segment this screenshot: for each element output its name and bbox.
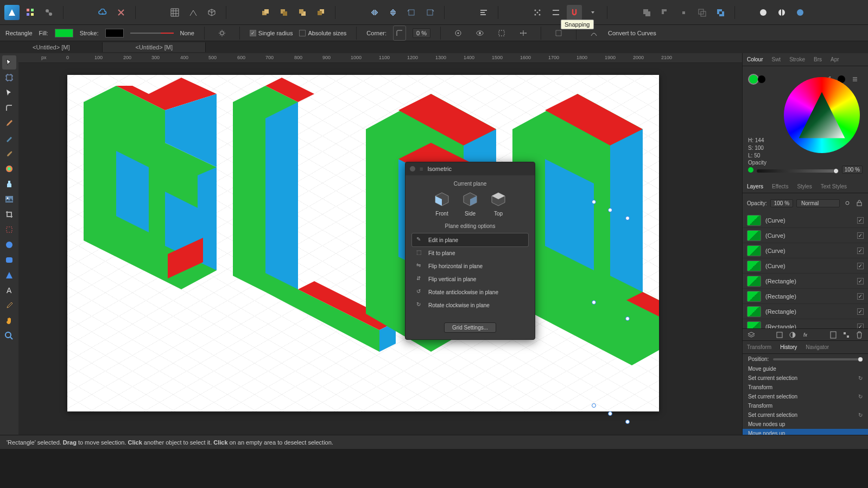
flip-horizontal-plane-button[interactable]: ⇋Flip horizontal in plane (412, 259, 528, 272)
flip-horizontal-icon[interactable] (367, 5, 382, 20)
tab-stroke[interactable]: Stroke (785, 56, 809, 62)
layer-opacity-input[interactable]: 100 % (770, 199, 793, 207)
move-tool[interactable] (2, 55, 16, 69)
align-options-icon[interactable] (476, 5, 491, 20)
pencil-tool[interactable] (2, 131, 16, 145)
flip-vertical-icon[interactable] (385, 5, 401, 20)
fill-colour-swatch[interactable] (748, 74, 759, 85)
stroke-swatch[interactable] (105, 29, 124, 37)
show-selection-icon[interactable] (472, 26, 487, 41)
layer-item[interactable]: (Rectangle)✓ (743, 289, 868, 304)
selection-handle[interactable] (592, 200, 596, 204)
text-tool[interactable]: A (2, 283, 16, 297)
rotate-ccw-plane-button[interactable]: ↺Rotate anticlockwise in plane (412, 286, 528, 299)
layer-lock-icon[interactable] (855, 195, 864, 211)
colour-menu-icon[interactable] (847, 72, 863, 87)
history-item[interactable]: Set current selection↻ (743, 410, 868, 420)
move-front-icon[interactable] (258, 5, 273, 20)
isometric-icon[interactable] (204, 5, 219, 20)
layer-item[interactable]: (Curve)✓ (743, 213, 868, 228)
layer-item[interactable]: (Curve)✓ (743, 243, 868, 258)
layer-item[interactable]: (Rectangle)✓ (743, 304, 868, 319)
corner-value-input[interactable]: 0 % (413, 28, 430, 38)
history-item[interactable]: Transform (743, 383, 868, 392)
rounded-rect-tool[interactable] (2, 253, 16, 267)
rotate-cw-icon[interactable] (422, 5, 438, 20)
isometric-panel[interactable]: ≡ Isometric Current plane Front Side Top… (405, 162, 535, 340)
fill-swatch[interactable] (55, 29, 73, 37)
selection-handle[interactable] (625, 316, 630, 321)
canvas-area[interactable]: px 0 100 200 300 400 500 600 700 800 900… (18, 53, 742, 435)
move-back-icon[interactable] (313, 5, 328, 20)
selection-handle[interactable] (608, 411, 612, 416)
snapping-options-icon[interactable] (585, 5, 600, 20)
transform-origin-icon[interactable] (451, 26, 466, 41)
view-mirror-icon[interactable] (793, 5, 808, 20)
node-tool[interactable] (2, 86, 16, 100)
boolean-subtract-icon[interactable] (657, 5, 673, 20)
shape-tool[interactable] (2, 223, 16, 237)
ellipse-tool[interactable] (2, 238, 16, 252)
history-item[interactable]: Move nodes up (743, 429, 868, 435)
gear-icon[interactable] (214, 26, 230, 41)
persona-pixel-icon[interactable] (41, 5, 56, 20)
layer-item[interactable]: (Rectangle)✓ (743, 274, 868, 289)
isometric-panel-titlebar[interactable]: ≡ Isometric (406, 162, 535, 175)
close-icon[interactable] (410, 166, 415, 172)
zoom-tool[interactable] (2, 329, 16, 343)
stroke-colour-swatch[interactable] (758, 75, 765, 83)
plane-side-button[interactable]: Side (462, 191, 478, 217)
tab-navigator[interactable]: Navigator (801, 344, 833, 350)
brush-tool[interactable] (2, 147, 16, 161)
hand-tool[interactable] (2, 314, 16, 328)
tab-swatches[interactable]: Swt (767, 56, 785, 62)
tab-history[interactable]: History (776, 344, 801, 350)
fill-tool[interactable] (2, 162, 16, 176)
convert-to-curves-button[interactable]: Convert to Curves (608, 30, 656, 36)
crop-tool[interactable] (2, 207, 16, 221)
colour-wheel[interactable] (784, 77, 860, 153)
single-radius-checkbox[interactable]: ✓Single radius (250, 30, 293, 36)
autocorrect-icon[interactable] (113, 5, 129, 20)
tab-text-styles[interactable]: Text Styles (816, 183, 851, 189)
colour-triangle[interactable] (799, 92, 845, 138)
view-split-icon[interactable] (774, 5, 789, 20)
move-forward-icon[interactable] (276, 5, 292, 20)
cloud-sync-icon[interactable] (95, 5, 110, 20)
place-image-tool[interactable] (2, 192, 16, 206)
plane-front-button[interactable]: Front (434, 191, 450, 217)
triangle-tool[interactable] (2, 268, 16, 282)
grid-toggle-icon[interactable] (167, 5, 182, 20)
snapping-icon[interactable] (567, 5, 582, 20)
history-item[interactable]: Move nodes up (743, 420, 868, 429)
plane-top-button[interactable]: Top (490, 191, 506, 217)
absolute-sizes-checkbox[interactable]: Absolute sizes (299, 30, 346, 36)
selection-handle[interactable] (608, 208, 612, 212)
grid-settings-button[interactable]: Grid Settings... (444, 322, 496, 333)
corner-type-dropdown[interactable] (393, 26, 406, 41)
selection-handle[interactable] (592, 300, 596, 305)
alignment-handles-icon[interactable] (516, 26, 531, 41)
opacity-value[interactable]: 100 % (842, 166, 863, 174)
history-item[interactable]: Set current selection↻ (743, 373, 868, 383)
move-backward-icon[interactable] (295, 5, 310, 20)
persona-designer-icon[interactable] (23, 5, 38, 20)
selection-handle[interactable] (625, 420, 630, 424)
axis-manager-icon[interactable] (186, 5, 201, 20)
selection-handle[interactable] (592, 403, 596, 408)
fit-to-plane-button[interactable]: ⬚Fit to plane (412, 246, 528, 259)
tab-layers[interactable]: Layers (743, 183, 768, 189)
grid-snap-icon[interactable] (530, 5, 545, 20)
boolean-xor-icon[interactable] (713, 5, 728, 20)
flip-vertical-plane-button[interactable]: ⇵Flip vertical in plane (412, 272, 528, 286)
pen-tool[interactable] (2, 116, 16, 130)
tab-colour[interactable]: Colour (743, 56, 767, 62)
history-slider[interactable] (773, 358, 863, 360)
snap-bounds-icon[interactable] (494, 26, 509, 41)
layer-item[interactable]: (Curve)✓ (743, 258, 868, 274)
tab-appearance[interactable]: Apr (826, 56, 844, 62)
eyedropper-tool[interactable] (2, 299, 16, 313)
canvas-page[interactable] (67, 75, 659, 411)
history-item[interactable]: Move guide (743, 364, 868, 373)
boolean-divide-icon[interactable] (694, 5, 709, 20)
